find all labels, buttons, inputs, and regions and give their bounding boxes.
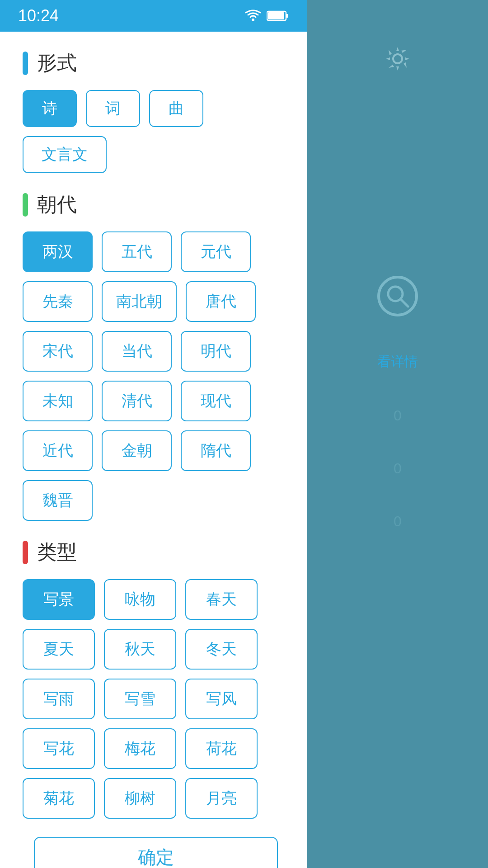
form-tags-grid: 诗 词 曲 文言文: [23, 90, 289, 173]
tag-xiehua[interactable]: 写花: [23, 728, 95, 769]
right-numbers: 0 0 0: [394, 407, 402, 530]
tag-lianghan[interactable]: 两汉: [23, 231, 93, 272]
right-num-3: 0: [394, 513, 402, 530]
status-bar: 10:24: [0, 0, 307, 32]
tag-dongtian[interactable]: 冬天: [185, 629, 258, 670]
svg-point-0: [252, 19, 254, 21]
form-section-header: 形式: [23, 50, 289, 76]
tag-ci[interactable]: 词: [86, 90, 140, 127]
tag-xianqin[interactable]: 先秦: [23, 281, 93, 322]
right-num-2: 0: [394, 460, 402, 477]
dynasty-tags-grid: 两汉 五代 元代 先秦 南北朝 唐代 宋代 当代 明代 未知 清代 现代 近代 …: [23, 231, 289, 521]
search-icon: [385, 284, 410, 309]
tag-liushu[interactable]: 柳树: [104, 778, 176, 819]
tag-yongwu[interactable]: 咏物: [104, 579, 176, 620]
tag-xiatian[interactable]: 夏天: [23, 629, 95, 670]
svg-rect-2: [286, 14, 288, 18]
tag-yuandai[interactable]: 元代: [181, 231, 251, 272]
settings-button[interactable]: [380, 41, 416, 77]
tag-meihua[interactable]: 梅花: [104, 728, 176, 769]
type-title: 类型: [37, 539, 77, 566]
dynasty-section: 朝代 两汉 五代 元代 先秦 南北朝 唐代 宋代 当代 明代 未知 清代 现代 …: [23, 191, 289, 521]
tag-weijin[interactable]: 魏晋: [23, 480, 93, 521]
svg-point-4: [393, 54, 402, 63]
tag-xiandai[interactable]: 现代: [181, 381, 251, 421]
type-section: 类型 写景 咏物 春天 夏天 秋天 冬天 写雨 写雪 写风 写花 梅花 荷花 菊…: [23, 539, 289, 819]
gear-icon: [384, 45, 411, 72]
battery-icon: [267, 10, 289, 22]
main-panel: 形式 诗 词 曲 文言文 朝代 两汉 五代 元代 先秦 南北朝 唐代 宋代 当代…: [0, 32, 307, 868]
tag-jinchao[interactable]: 金朝: [102, 430, 172, 471]
status-icons: [245, 9, 289, 22]
tag-chuntian[interactable]: 春天: [185, 579, 258, 620]
type-indicator: [23, 541, 28, 564]
type-tags-grid: 写景 咏物 春天 夏天 秋天 冬天 写雨 写雪 写风 写花 梅花 荷花 菊花 柳…: [23, 579, 289, 819]
tag-qiutian[interactable]: 秋天: [104, 629, 176, 670]
tag-hehua[interactable]: 荷花: [185, 728, 258, 769]
svg-rect-3: [268, 12, 284, 19]
tag-yueliang[interactable]: 月亮: [185, 778, 258, 819]
detail-text[interactable]: 看详情: [377, 353, 418, 371]
tag-dangdai[interactable]: 当代: [102, 331, 172, 372]
dynasty-section-header: 朝代: [23, 191, 289, 218]
svg-line-6: [401, 299, 408, 307]
wifi-icon: [245, 9, 261, 22]
tag-nanbei[interactable]: 南北朝: [102, 281, 177, 322]
tag-qingdai[interactable]: 清代: [102, 381, 172, 421]
tag-wudai[interactable]: 五代: [102, 231, 172, 272]
tag-xieyu[interactable]: 写雨: [23, 679, 95, 719]
tag-songdai[interactable]: 宋代: [23, 331, 93, 372]
form-title: 形式: [37, 50, 77, 76]
form-section: 形式 诗 词 曲 文言文: [23, 50, 289, 173]
tag-jindai[interactable]: 近代: [23, 430, 93, 471]
tag-xiefeng[interactable]: 写风: [185, 679, 258, 719]
right-panel: 看详情 0 0 0: [307, 0, 488, 868]
search-button[interactable]: [377, 276, 418, 316]
confirm-button[interactable]: 确定: [34, 837, 278, 868]
form-indicator: [23, 52, 28, 75]
tag-juhua[interactable]: 菊花: [23, 778, 95, 819]
tag-xiexue[interactable]: 写雪: [104, 679, 176, 719]
tag-qu[interactable]: 曲: [149, 90, 203, 127]
tag-tangdai[interactable]: 唐代: [186, 281, 256, 322]
dynasty-title: 朝代: [37, 191, 77, 218]
tag-weizhi[interactable]: 未知: [23, 381, 93, 421]
tag-xiejing[interactable]: 写景: [23, 579, 95, 620]
status-time: 10:24: [18, 6, 59, 25]
dynasty-indicator: [23, 193, 28, 217]
tag-mingdai[interactable]: 明代: [181, 331, 251, 372]
type-section-header: 类型: [23, 539, 289, 566]
tag-shi[interactable]: 诗: [23, 90, 77, 127]
tag-suidai[interactable]: 隋代: [181, 430, 251, 471]
right-num-1: 0: [394, 407, 402, 424]
tag-wenyanwen[interactable]: 文言文: [23, 136, 107, 173]
